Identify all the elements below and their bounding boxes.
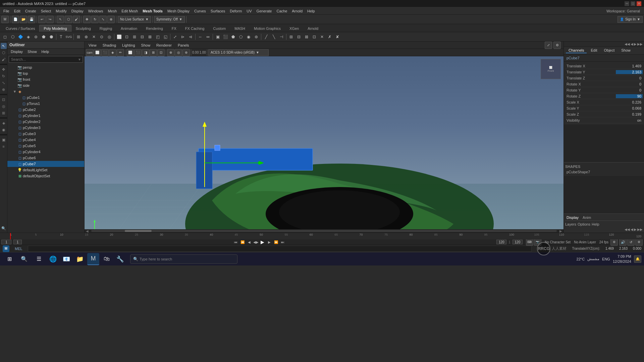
tool-ico-39[interactable]: ✕ <box>318 33 326 41</box>
vp-menu-show[interactable]: Show <box>139 43 153 48</box>
taskbar-explorer[interactable]: 📁 <box>74 253 86 265</box>
tool-ico-17[interactable]: ⊟ <box>139 33 146 41</box>
select-tool-btn[interactable]: ↖ <box>57 16 64 23</box>
channel-scroll-left[interactable]: ◀◀ <box>625 42 630 46</box>
vp-menu-renderer[interactable]: Renderer <box>154 43 174 48</box>
lasso-btn[interactable]: ⬡ <box>65 16 72 23</box>
tab-arnold[interactable]: Arnold <box>303 25 323 32</box>
menu-item-curves[interactable]: Curves <box>192 8 208 14</box>
tool-ico-12[interactable]: ⊙ <box>98 33 105 41</box>
task-view-button[interactable]: ☰ <box>32 253 46 265</box>
outliner-search-input[interactable] <box>11 57 73 61</box>
tool-ico-4[interactable]: ◈ <box>24 33 32 41</box>
outliner-item-front[interactable]: 📷 front <box>7 76 84 82</box>
play-back-btn[interactable]: ◀▶ <box>253 239 259 245</box>
vp-tb-4[interactable]: ◈ <box>109 49 116 56</box>
soft-select-icon[interactable]: ◎ <box>1 103 7 109</box>
channel-scroll-prev[interactable]: ◀ <box>631 42 633 46</box>
tool-ico-9[interactable]: ⊞ <box>75 33 82 41</box>
display-tab[interactable]: Display <box>565 215 580 220</box>
outliner-item-pCylinder4[interactable]: ◻ pCylinder4 <box>7 149 84 155</box>
universal-tool-icon[interactable]: ⊕ <box>1 86 7 93</box>
tool-ico-15[interactable]: ⊡ <box>123 33 130 41</box>
channel-value-tx[interactable]: 1.469 <box>616 64 643 68</box>
tool-ico-25[interactable]: ⇔ <box>204 33 212 41</box>
tool-ico-2[interactable]: ⬡ <box>9 33 16 41</box>
tool-ico-33[interactable]: ╲ <box>270 33 277 41</box>
vp-shading-4[interactable]: ⊞ <box>150 49 157 56</box>
tool-ico-3[interactable]: 🔷 <box>17 33 24 41</box>
outliner-item-pCube2[interactable]: ◻ pCube2 <box>7 107 84 113</box>
anim-control-1[interactable]: ⌨ <box>526 238 533 246</box>
taskbar-edge[interactable]: 🌐 <box>47 253 59 265</box>
tool-ico-21[interactable]: ⤢ <box>171 33 179 41</box>
notification-btn[interactable]: 🔔 <box>634 255 641 263</box>
tool-ico-1[interactable]: ◻ <box>1 33 9 41</box>
open-btn[interactable]: 📂 <box>20 16 27 23</box>
vp-snap-3[interactable]: ⊛ <box>182 49 190 56</box>
scale-btn[interactable]: ⤡ <box>99 16 107 23</box>
snap-icon[interactable]: ⊡ <box>1 97 7 103</box>
taskbar-store[interactable]: 🛍 <box>101 253 113 265</box>
layer-scroll-4[interactable]: ▶▶ <box>637 228 643 231</box>
outliner-item-pTorus1[interactable]: ◻ pTorus1 <box>7 101 84 107</box>
tool-ico-29[interactable]: ⬠ <box>237 33 245 41</box>
tab-fx[interactable]: FX <box>167 25 181 32</box>
move-btn[interactable]: ✥ <box>83 16 91 23</box>
outliner-menu-show[interactable]: Show <box>25 49 39 54</box>
outliner-item-pCylinder1[interactable]: ◻ pCylinder1 <box>7 113 84 119</box>
channel-value-tz[interactable]: 0 <box>616 76 643 80</box>
viewport-3d[interactable]: ⬜ Front <box>85 56 564 229</box>
tool-ico-8[interactable]: T <box>57 33 65 41</box>
taskbar-search[interactable]: 🔍 Type here to search <box>130 254 237 264</box>
universal-btn[interactable]: ⊕ <box>107 16 115 23</box>
scroll-left-icon[interactable]: ◀ <box>86 229 89 233</box>
help-label[interactable]: Help <box>592 222 599 226</box>
tab-xgen[interactable]: XGen <box>285 25 303 32</box>
fps-settings-btn[interactable]: ⚙ <box>610 238 618 246</box>
next-key-btn[interactable]: ⏩ <box>273 239 279 245</box>
next-frame-btn[interactable]: ▶ <box>266 239 272 245</box>
toolbar-btn-1[interactable]: M <box>1 16 9 23</box>
tab-mash[interactable]: MASH <box>230 25 250 32</box>
menu-item-edit-mesh[interactable]: Edit Mesh <box>119 8 140 14</box>
layer-scroll-3[interactable]: ▶ <box>634 228 637 231</box>
current-frame-input[interactable] <box>1 240 11 244</box>
mel-label[interactable]: MEL <box>15 247 22 251</box>
rotate-btn[interactable]: ↻ <box>91 16 99 23</box>
tool-ico-32[interactable]: ╱ <box>262 33 270 41</box>
tab-poly-modeling[interactable]: Poly Modeling <box>39 25 71 32</box>
tab-rigging[interactable]: Rigging <box>95 25 116 32</box>
redo-btn[interactable]: ↪ <box>46 16 54 23</box>
tab-rendering[interactable]: Rendering <box>142 25 167 32</box>
vp-shading-5[interactable]: ⊡ <box>157 49 165 56</box>
loop-btn[interactable]: ↺ <box>627 238 635 246</box>
taskbar-app6[interactable]: 🔧 <box>114 253 126 265</box>
menu-item-modify[interactable]: Modify <box>54 8 68 14</box>
tool-ico-16[interactable]: ⊞ <box>131 33 138 41</box>
channel-value-rx[interactable]: 0 <box>616 82 643 86</box>
outliner-menu-help[interactable]: Help <box>40 49 51 54</box>
outliner-item-pCylinder3[interactable]: ◻ pCylinder3 <box>7 125 84 131</box>
outliner-item-defaultLightSet[interactable]: 💡 defaultLightSet <box>7 167 84 173</box>
menu-item-select[interactable]: Select <box>39 8 53 14</box>
object-tab[interactable]: Object <box>601 48 617 53</box>
vp-shading-2[interactable]: ⬛ <box>134 49 142 56</box>
menu-item-mesh-tools[interactable]: Mesh Tools <box>141 8 165 14</box>
outliner-item-side[interactable]: 📷 side <box>7 82 84 88</box>
anim-end-input[interactable] <box>513 240 523 244</box>
tab-motion-graphics[interactable]: Motion Graphics <box>250 25 285 32</box>
scroll-right-icon[interactable]: ▶ <box>559 229 562 233</box>
outliner-search-container[interactable]: ▼ <box>9 56 83 63</box>
layers-label[interactable]: Layers <box>565 222 576 226</box>
outliner-item-pCube1[interactable]: ◻ pCube1 <box>7 95 84 101</box>
scale-tool-icon[interactable]: ⤡ <box>1 80 7 86</box>
vp-tb-2[interactable]: ⬜ <box>94 49 101 56</box>
outliner-item-persp[interactable]: 📷 persp <box>7 64 84 70</box>
search-button[interactable]: 🔍 <box>17 253 31 265</box>
menu-item-mesh[interactable]: Mesh <box>106 8 119 14</box>
vp-snap-1[interactable]: ⊕ <box>167 49 174 56</box>
skip-to-start-btn[interactable]: ⏮ <box>233 239 239 245</box>
layer-scroll-2[interactable]: ◀ <box>631 228 633 231</box>
close-button[interactable]: ✕ <box>637 1 641 6</box>
